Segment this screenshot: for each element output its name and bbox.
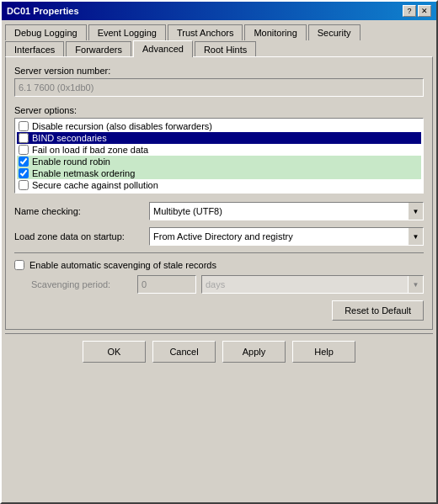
- bottom-buttons: OK Cancel Apply Help: [5, 333, 433, 371]
- tab-row-2: Interfaces Forwarders Advanced Root Hint…: [5, 40, 433, 56]
- load-zone-row: Load zone data on startup: From Active D…: [14, 227, 424, 246]
- title-bar-buttons: ? ✕: [403, 5, 431, 17]
- option-label-secure-cache: Secure cache against pollution: [32, 180, 158, 190]
- tab-interfaces[interactable]: Interfaces: [5, 41, 64, 57]
- name-checking-select-container[interactable]: Multibyte (UTF8) Strict RFC (ANSI) Non R…: [149, 202, 424, 220]
- help-title-button[interactable]: ?: [403, 5, 416, 17]
- server-options-group: Server options: Disable recursion (also …: [14, 105, 424, 194]
- option-label-bind-secondaries: BIND secondaries: [32, 133, 107, 143]
- option-label-round-robin: Enable round robin: [32, 157, 110, 167]
- auto-scavenge-checkbox[interactable]: [14, 260, 24, 270]
- tab-security[interactable]: Security: [308, 24, 361, 40]
- name-checking-select[interactable]: Multibyte (UTF8) Strict RFC (ANSI) Non R…: [150, 203, 423, 220]
- tab-event-logging[interactable]: Event Logging: [88, 24, 166, 40]
- content-area: Debug Logging Event Logging Trust Anchor…: [2, 20, 436, 374]
- auto-scavenge-row: Enable automatic scavenging of stale rec…: [14, 260, 424, 270]
- option-secure-cache[interactable]: Secure cache against pollution: [17, 179, 421, 191]
- server-version-input: [14, 78, 424, 97]
- close-title-button[interactable]: ✕: [418, 5, 431, 17]
- scavenge-unit-select: days: [202, 276, 423, 293]
- scavenge-unit-select-container: days ▼: [201, 275, 424, 294]
- checkbox-bind-secondaries[interactable]: [19, 133, 29, 143]
- checkbox-round-robin[interactable]: [19, 157, 29, 167]
- apply-button[interactable]: Apply: [222, 341, 286, 363]
- option-round-robin[interactable]: Enable round robin: [17, 156, 421, 167]
- tab-advanced[interactable]: Advanced: [133, 40, 193, 57]
- option-label-disable-recursion: Disable recursion (also disables forward…: [32, 121, 212, 131]
- load-zone-select[interactable]: From Active Directory and registry From …: [150, 228, 423, 245]
- server-version-group: Server version number:: [14, 66, 424, 97]
- checkbox-netmask-ordering[interactable]: [19, 168, 29, 178]
- checkbox-fail-bad-zone[interactable]: [19, 145, 29, 155]
- window-title: DC01 Properties: [7, 6, 79, 16]
- tab-trust-anchors[interactable]: Trust Anchors: [168, 24, 243, 40]
- reset-button-row: Reset to Default: [14, 300, 424, 321]
- option-label-fail-bad-zone: Fail on load if bad zone data: [32, 145, 148, 155]
- tab-panel-advanced: Server version number: Server options: D…: [5, 56, 433, 330]
- load-zone-select-container[interactable]: From Active Directory and registry From …: [149, 227, 424, 246]
- name-checking-row: Name checking: Multibyte (UTF8) Strict R…: [14, 202, 424, 220]
- option-bind-secondaries[interactable]: BIND secondaries: [17, 132, 421, 144]
- reset-to-default-button[interactable]: Reset to Default: [332, 300, 424, 321]
- scavenge-period-label: Scavenging period:: [31, 279, 132, 289]
- option-label-netmask-ordering: Enable netmask ordering: [32, 168, 135, 178]
- tab-root-hints[interactable]: Root Hints: [195, 41, 256, 57]
- divider: [14, 252, 424, 253]
- checkbox-disable-recursion[interactable]: [19, 121, 29, 131]
- title-bar: DC01 Properties ? ✕: [2, 2, 436, 20]
- tab-debug-logging[interactable]: Debug Logging: [5, 24, 87, 40]
- option-netmask-ordering[interactable]: Enable netmask ordering: [17, 167, 421, 179]
- ok-button[interactable]: OK: [83, 341, 146, 363]
- main-window: DC01 Properties ? ✕ Debug Logging Event …: [0, 0, 438, 504]
- scavenge-period-input: [137, 275, 196, 294]
- option-fail-bad-zone[interactable]: Fail on load if bad zone data: [17, 144, 421, 156]
- checkbox-secure-cache[interactable]: [19, 180, 29, 190]
- cancel-button[interactable]: Cancel: [152, 341, 216, 363]
- tab-row-1: Debug Logging Event Logging Trust Anchor…: [5, 24, 433, 40]
- option-disable-recursion[interactable]: Disable recursion (also disables forward…: [17, 120, 421, 132]
- load-zone-label: Load zone data on startup:: [14, 231, 149, 241]
- help-button[interactable]: Help: [292, 341, 355, 363]
- server-version-label: Server version number:: [14, 66, 424, 76]
- scavenge-period-row: Scavenging period: days ▼: [14, 275, 424, 294]
- tab-monitoring[interactable]: Monitoring: [244, 24, 306, 40]
- server-options-label: Server options:: [14, 105, 424, 115]
- auto-scavenge-label: Enable automatic scavenging of stale rec…: [29, 260, 216, 270]
- server-options-listbox[interactable]: Disable recursion (also disables forward…: [14, 118, 424, 194]
- tab-forwarders[interactable]: Forwarders: [66, 41, 131, 57]
- name-checking-label: Name checking:: [14, 206, 149, 216]
